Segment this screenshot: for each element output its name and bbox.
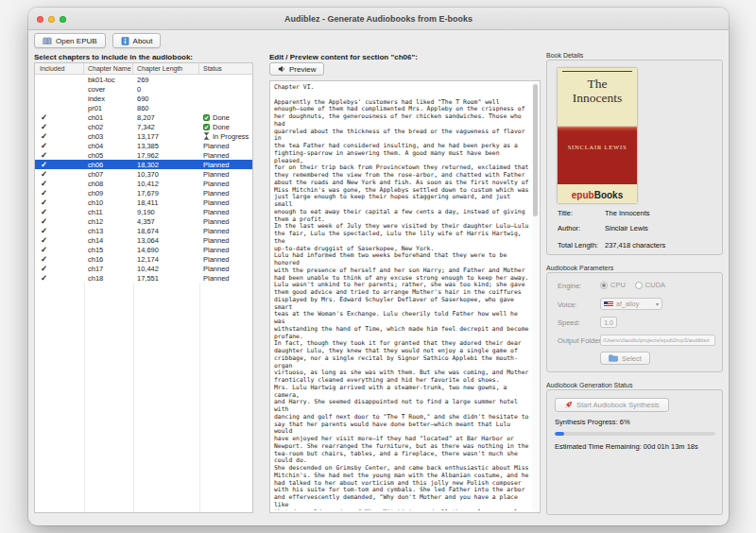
select-folder-button[interactable]: Select: [600, 352, 650, 365]
start-synthesis-label: Start Audiobook Synthesis: [576, 401, 660, 409]
chapter-name-cell: ch18: [84, 274, 133, 283]
included-checkmark[interactable]: ✓: [35, 226, 84, 235]
included-checkmark[interactable]: ✓: [35, 216, 84, 226]
chapter-status-cell: Planned: [199, 265, 252, 273]
included-checkmark[interactable]: ✓: [35, 150, 84, 160]
column-header-length[interactable]: Chapter Length: [133, 63, 199, 74]
chapter-name-cell: ch02: [84, 123, 133, 131]
close-button[interactable]: [37, 16, 43, 23]
included-checkmark[interactable]: ✓: [35, 122, 84, 131]
chapter-name-cell: cover: [84, 85, 133, 94]
engine-option-cpu[interactable]: CPU: [600, 281, 626, 289]
cover-red-band: SINCLAIR LEWIS: [558, 126, 637, 184]
radio-icon[interactable]: [635, 282, 643, 289]
table-row[interactable]: ✓ch119,190Planned: [35, 207, 252, 216]
table-row[interactable]: ✓ch1612,174Planned: [35, 254, 252, 264]
included-checkmark[interactable]: ✓: [35, 254, 84, 264]
chapter-name-cell: pr01: [84, 104, 133, 112]
table-row[interactable]: ✓ch027,342Done: [35, 122, 252, 131]
chapter-name-cell: ch17: [84, 265, 133, 273]
table-row[interactable]: bk01-toc269: [35, 75, 252, 84]
title-bar[interactable]: Audiblez - Generate Audiobooks from E-bo…: [28, 8, 729, 30]
preview-textarea[interactable]: Chapter VI. Apparently the Applebys' cus…: [269, 80, 541, 513]
included-checkmark[interactable]: ✓: [35, 188, 84, 198]
status-text: Planned: [203, 180, 230, 188]
voice-dropdown[interactable]: af_alloy ▾: [600, 298, 662, 310]
chapter-name-cell: ch09: [84, 189, 133, 198]
app-window: Audiblez - Generate Audiobooks from E-bo…: [28, 8, 729, 525]
column-header-name[interactable]: Chapter Name: [84, 63, 133, 74]
radio-icon[interactable]: [600, 282, 608, 289]
scrollbar-thumb[interactable]: [533, 84, 539, 216]
folder-icon: [609, 354, 618, 362]
about-button[interactable]: About: [112, 33, 162, 48]
chapter-name-cell: bk01-toc: [84, 76, 133, 84]
table-row[interactable]: ✓ch0710,370Planned: [35, 169, 252, 179]
output-folder-input[interactable]: /Users/claudio/projects/epub2mp3/audible…: [600, 335, 715, 346]
table-row[interactable]: ✓ch0618,302Planned: [35, 160, 252, 169]
status-text: In Progress: [213, 132, 249, 141]
included-checkmark[interactable]: ✓: [35, 273, 84, 283]
column-header-included[interactable]: Included: [35, 63, 84, 74]
rocket-icon: [564, 401, 573, 409]
included-checkmark[interactable]: ✓: [35, 131, 84, 141]
chapter-length-cell: 17,679: [133, 189, 199, 198]
chapter-name-cell: ch08: [84, 180, 133, 188]
included-checkmark[interactable]: ✓: [35, 112, 84, 122]
included-checkmark[interactable]: ✓: [35, 160, 84, 169]
engine-option-cuda[interactable]: CUDA: [635, 281, 665, 289]
zoom-button[interactable]: [60, 16, 66, 23]
included-checkmark[interactable]: ✓: [35, 179, 84, 188]
chapter-table[interactable]: Included Chapter Name Chapter Length Sta…: [34, 62, 253, 513]
included-checkmark[interactable]: ✓: [35, 169, 84, 179]
table-row[interactable]: index690: [35, 94, 252, 103]
included-checkmark[interactable]: ✓: [35, 198, 84, 207]
author-field-value: Sinclair Lewis: [605, 224, 648, 232]
chapter-length-cell: 10,412: [133, 180, 199, 188]
preview-button-label: Preview: [289, 65, 316, 74]
table-row[interactable]: ✓ch1514,690Planned: [35, 245, 252, 254]
included-checkmark[interactable]: ✓: [35, 264, 84, 273]
preview-content[interactable]: Chapter VI. Apparently the Applebys' cus…: [274, 84, 530, 510]
chapter-length-cell: 18,674: [133, 227, 199, 235]
table-row[interactable]: ✓ch0313,177In Progress: [35, 131, 252, 141]
hourglass-icon: [203, 132, 210, 140]
epubbooks-logo: epubBooks: [558, 190, 637, 200]
preview-button[interactable]: Preview: [269, 62, 324, 76]
table-row[interactable]: pr01860: [35, 103, 252, 112]
table-row[interactable]: ✓ch0917,679Planned: [35, 188, 252, 198]
chapters-panel-label: Select chapters to include in the audiob…: [34, 53, 193, 61]
table-row[interactable]: ✓ch1710,442Planned: [35, 264, 252, 273]
window-title: Audiblez - Generate Audiobooks from E-bo…: [28, 8, 729, 30]
speed-input[interactable]: 1.0: [600, 317, 617, 328]
table-row[interactable]: ✓ch1817,551Planned: [35, 273, 252, 283]
table-row[interactable]: ✓ch0517,962Planned: [35, 150, 252, 160]
chapter-status-cell: Planned: [199, 170, 252, 179]
speed-label: Speed:: [558, 318, 580, 327]
open-epub-button[interactable]: Open EPUB: [34, 33, 106, 48]
preview-scrollbar[interactable]: [532, 82, 539, 511]
chapter-length-cell: 4,357: [133, 217, 199, 226]
included-checkmark[interactable]: ✓: [35, 245, 84, 254]
included-checkmark[interactable]: ✓: [35, 141, 84, 150]
start-synthesis-button[interactable]: Start Audiobook Synthesis: [555, 398, 669, 412]
chevron-down-icon: ▾: [656, 301, 659, 307]
table-row[interactable]: ✓ch0413,385Planned: [35, 141, 252, 150]
table-row[interactable]: ✓ch1018,411Planned: [35, 198, 252, 207]
table-row[interactable]: ✓ch0810,412Planned: [35, 179, 252, 188]
parameters-group: Engine: CPU CUDA Voice: af_alloy ▾ Speed…: [546, 272, 723, 372]
chapter-status-cell: Planned: [199, 274, 252, 283]
minimize-button[interactable]: [48, 16, 55, 23]
chapter-status-cell: Planned: [199, 142, 252, 150]
column-header-status[interactable]: Status: [199, 63, 252, 74]
chapter-length-cell: 0: [133, 85, 199, 94]
table-row[interactable]: ✓ch124,357Planned: [35, 216, 252, 226]
generation-status-title: Audiobook Generation Status: [546, 382, 632, 388]
included-checkmark[interactable]: ✓: [35, 235, 84, 245]
chapter-length-cell: 13,064: [133, 236, 199, 245]
table-row[interactable]: cover0: [35, 84, 252, 94]
table-row[interactable]: ✓ch1318,674Planned: [35, 226, 252, 235]
table-row[interactable]: ✓ch1413,064Planned: [35, 235, 252, 245]
table-row[interactable]: ✓ch018,207Done: [35, 112, 252, 122]
included-checkmark[interactable]: ✓: [35, 207, 84, 216]
